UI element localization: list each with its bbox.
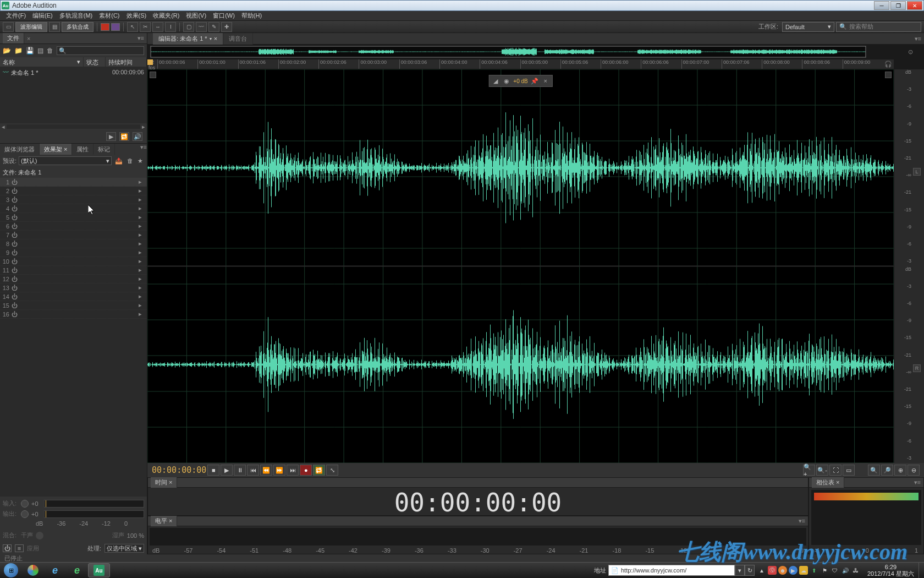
effect-slot[interactable]: 6⏻▸: [0, 222, 147, 231]
rack-power-icon[interactable]: ⏻: [3, 544, 12, 552]
rack-list-icon[interactable]: ≡: [15, 544, 24, 552]
slot-menu-arrow[interactable]: ▸: [139, 222, 145, 230]
slot-menu-arrow[interactable]: ▸: [139, 293, 145, 300]
time-tab[interactable]: 时间 ×: [151, 477, 177, 488]
channel-right-label[interactable]: R: [913, 364, 921, 372]
phase-panel-menu[interactable]: ▾≡: [914, 479, 921, 486]
go-end-button[interactable]: ⏭: [287, 465, 299, 476]
tool-slip[interactable]: ↔: [152, 22, 163, 32]
level-tab[interactable]: 电平 ×: [151, 516, 177, 526]
preset-delete-icon[interactable]: 🗑: [126, 157, 134, 164]
effect-slot[interactable]: 4⏻▸: [0, 204, 147, 213]
tray-icon[interactable]: ▲: [757, 566, 766, 575]
effect-slot[interactable]: 8⏻▸: [0, 239, 147, 248]
preset-save-icon[interactable]: 📤: [114, 157, 124, 165]
editor-tab-active[interactable]: 编辑器: 未命名 1 *▾×: [153, 33, 223, 45]
preset-dropdown[interactable]: (默认)▾: [19, 156, 112, 165]
spectral-pitch-toggle[interactable]: [111, 23, 120, 31]
timeline-ruler[interactable]: 12 fps 00:00:00:0600:00:01:0000:00:01:06…: [147, 59, 894, 69]
tray-icon[interactable]: Ⓠ: [768, 566, 777, 575]
slot-power-icon[interactable]: ⏻: [12, 311, 19, 318]
go-start-button[interactable]: ⏮: [247, 465, 259, 476]
hud-toggle-tl[interactable]: [150, 72, 156, 78]
help-search[interactable]: 🔍搜索帮助: [836, 22, 921, 32]
minimize-button[interactable]: ─: [874, 1, 889, 10]
zoom-in-amp-icon[interactable]: 🔍: [868, 465, 880, 476]
effect-slot[interactable]: 13⏻▸: [0, 283, 147, 292]
slot-menu-arrow[interactable]: ▸: [139, 284, 145, 291]
taskbar-audition[interactable]: Au: [88, 563, 110, 577]
menu-view[interactable]: 视图(V): [183, 10, 210, 21]
slot-power-icon[interactable]: ⏻: [12, 249, 19, 256]
waveform-editor[interactable]: ◢ ◉ +0 dB 📌 × dB-3-6-9-15-21-∞-21-15-9-6…: [147, 69, 924, 463]
effect-slot[interactable]: 11⏻▸: [0, 266, 147, 275]
slot-power-icon[interactable]: ⏻: [12, 223, 19, 230]
files-search[interactable]: 🔍: [57, 46, 144, 55]
hud-db-value[interactable]: +0 dB: [513, 78, 527, 84]
multitrack-mode-button[interactable]: 多轨合成: [62, 22, 94, 32]
slot-power-icon[interactable]: ⏻: [12, 302, 19, 309]
slot-menu-arrow[interactable]: ▸: [139, 178, 145, 186]
tray-volume-icon[interactable]: 🔊: [841, 566, 850, 575]
hud-toggle-tr[interactable]: [885, 72, 892, 78]
zoom-selection-icon[interactable]: ▭: [843, 465, 855, 476]
workspace-dropdown[interactable]: Default▾: [782, 22, 834, 32]
import-file-icon[interactable]: 📁: [14, 47, 23, 54]
play-button[interactable]: ▶: [221, 465, 233, 476]
tool-marquee[interactable]: ▢: [183, 22, 194, 32]
waveform-mode-button[interactable]: 波形编辑: [15, 22, 47, 32]
slot-power-icon[interactable]: ⏻: [12, 188, 19, 194]
slot-menu-arrow[interactable]: ▸: [139, 205, 145, 212]
effect-slot[interactable]: 16⏻▸: [0, 310, 147, 319]
tab-media-browser[interactable]: 媒体浏览器: [0, 144, 40, 155]
tool-brush[interactable]: ✎: [208, 22, 219, 32]
slot-power-icon[interactable]: ⏻: [12, 258, 19, 265]
apply-button[interactable]: 应用: [27, 544, 39, 553]
tray-icon[interactable]: ☁: [799, 566, 808, 575]
start-button[interactable]: ⊞: [0, 563, 22, 579]
zoom-out-point-icon[interactable]: ⊖: [908, 465, 920, 476]
slot-menu-arrow[interactable]: ▸: [139, 196, 145, 203]
slot-menu-arrow[interactable]: ▸: [139, 258, 145, 265]
menu-multitrack[interactable]: 多轨混音(M): [56, 10, 96, 21]
spectral-freq-toggle[interactable]: [101, 23, 109, 31]
effect-slot[interactable]: 3⏻▸: [0, 195, 147, 204]
taskbar-clock[interactable]: 6:29 2012/7/14 星期六: [863, 564, 919, 577]
slot-power-icon[interactable]: ⏻: [12, 205, 19, 212]
hud-fade-icon[interactable]: ◢: [491, 77, 500, 85]
hud-pin-icon[interactable]: 📌: [530, 77, 539, 85]
editor-tab-mixer[interactable]: 调音台: [223, 33, 253, 45]
menu-window[interactable]: 窗口(W): [210, 10, 238, 21]
tool-move[interactable]: ↖: [127, 22, 138, 32]
tool-heal[interactable]: ✚: [221, 22, 232, 32]
tool-time-select[interactable]: Ⅰ: [165, 22, 176, 32]
effect-slot[interactable]: 10⏻▸: [0, 257, 147, 266]
slot-power-icon[interactable]: ⏻: [12, 197, 19, 203]
effect-slot[interactable]: 9⏻▸: [0, 248, 147, 257]
stop-button[interactable]: ■: [207, 465, 219, 476]
menu-edit[interactable]: 编辑(E): [29, 10, 56, 21]
taskbar-app-1[interactable]: [22, 563, 44, 577]
mix-knob[interactable]: [36, 532, 43, 539]
address-go-button[interactable]: ▾: [735, 565, 745, 576]
tray-icon[interactable]: ⬆: [810, 566, 818, 575]
tray-icon[interactable]: ⚑: [820, 566, 829, 575]
menu-help[interactable]: 帮助(H): [238, 10, 265, 21]
slot-menu-arrow[interactable]: ▸: [139, 187, 145, 194]
editor-panel-menu[interactable]: ▾≡: [912, 35, 924, 42]
maximize-button[interactable]: ❐: [890, 1, 906, 10]
zoom-full-icon[interactable]: ⛶: [829, 465, 842, 476]
zoom-in-point-icon[interactable]: ⊕: [894, 465, 906, 476]
tab-markers[interactable]: 标记: [94, 144, 115, 155]
show-desktop-button[interactable]: [919, 563, 924, 579]
slot-power-icon[interactable]: ⏻: [12, 241, 19, 247]
file-row[interactable]: 〰 未命名 1 * 00:00:09:06: [0, 67, 147, 79]
transport-time[interactable]: 00:00:00:00: [152, 465, 206, 475]
files-hscroll[interactable]: ◂▸: [0, 123, 147, 130]
tray-network-icon[interactable]: 🖧: [851, 566, 860, 575]
menu-favorites[interactable]: 收藏夹(R): [150, 10, 183, 21]
effects-panel-menu[interactable]: ▾≡: [140, 144, 147, 155]
col-header-status[interactable]: 状态: [84, 57, 106, 67]
col-header-name[interactable]: 名称▾: [0, 57, 84, 67]
preview-loop-icon[interactable]: 🔁: [119, 132, 129, 141]
